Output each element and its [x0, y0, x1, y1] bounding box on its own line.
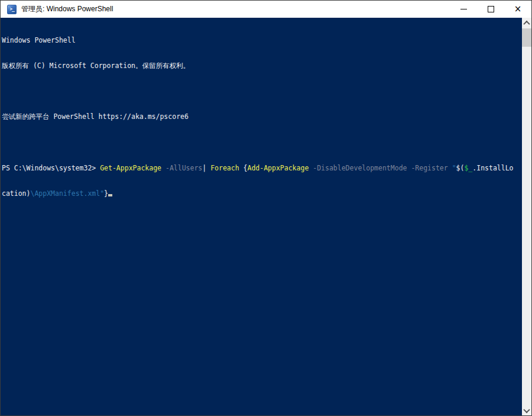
output-line: 版权所有 (C) Microsoft Corporation。保留所有权利。 — [2, 62, 522, 70]
string-token: \AppXManifest.xml" — [30, 189, 104, 198]
parameter-token: -DisableDevelopmentMode -Register — [313, 164, 452, 172]
vertical-scrollbar[interactable] — [522, 18, 531, 415]
prompt: PS C:\Windows\system32> — [2, 164, 100, 172]
window-title: 管理员: Windows PowerShell — [21, 4, 113, 14]
brace-token: { — [239, 164, 248, 172]
member-token: cation) — [2, 189, 30, 198]
minimize-button[interactable] — [450, 1, 477, 18]
powershell-window: >_ 管理员: Windows PowerShell × Windows Pow… — [0, 0, 532, 416]
command-line-1: PS C:\Windows\system32> Get-AppxPackage … — [2, 164, 522, 172]
chevron-up-icon — [523, 20, 530, 27]
scrollbar-thumb[interactable] — [522, 28, 531, 47]
variable-token: $_ — [464, 164, 472, 172]
scroll-down-button[interactable] — [522, 405, 531, 415]
brace-token: } — [104, 189, 108, 198]
command-token: Get-AppxPackage — [100, 164, 166, 172]
close-button[interactable]: × — [504, 1, 531, 18]
command-line-2: cation)\AppXManifest.xml"} — [2, 189, 522, 198]
console-viewport[interactable]: Windows PowerShell 版权所有 (C) Microsoft Co… — [1, 18, 522, 415]
minimize-icon — [460, 9, 467, 9]
maximize-button[interactable] — [477, 1, 504, 18]
window-controls: × — [450, 1, 531, 18]
member-token: .InstallLo — [472, 164, 513, 172]
command-token: Foreach — [210, 164, 239, 172]
string-token: " — [452, 164, 456, 172]
powershell-icon[interactable]: >_ — [7, 5, 17, 14]
chevron-down-icon — [523, 406, 530, 412]
scroll-up-button[interactable] — [522, 18, 531, 28]
close-icon: × — [514, 5, 522, 14]
maximize-icon — [488, 6, 494, 12]
command-token: Add-AppxPackage — [247, 164, 313, 172]
output-line: Windows PowerShell — [2, 36, 522, 44]
output-line — [2, 138, 522, 147]
console-area: Windows PowerShell 版权所有 (C) Microsoft Co… — [1, 18, 531, 415]
output-line — [2, 87, 522, 95]
output-line: 尝试新的跨平台 PowerShell https://aka.ms/pscore… — [2, 112, 522, 121]
pipe-token: | — [202, 164, 210, 172]
text-cursor — [108, 194, 112, 196]
operator-token: $( — [456, 164, 465, 172]
titlebar[interactable]: >_ 管理员: Windows PowerShell × — [1, 1, 531, 18]
parameter-token: -AllUsers — [166, 164, 202, 172]
